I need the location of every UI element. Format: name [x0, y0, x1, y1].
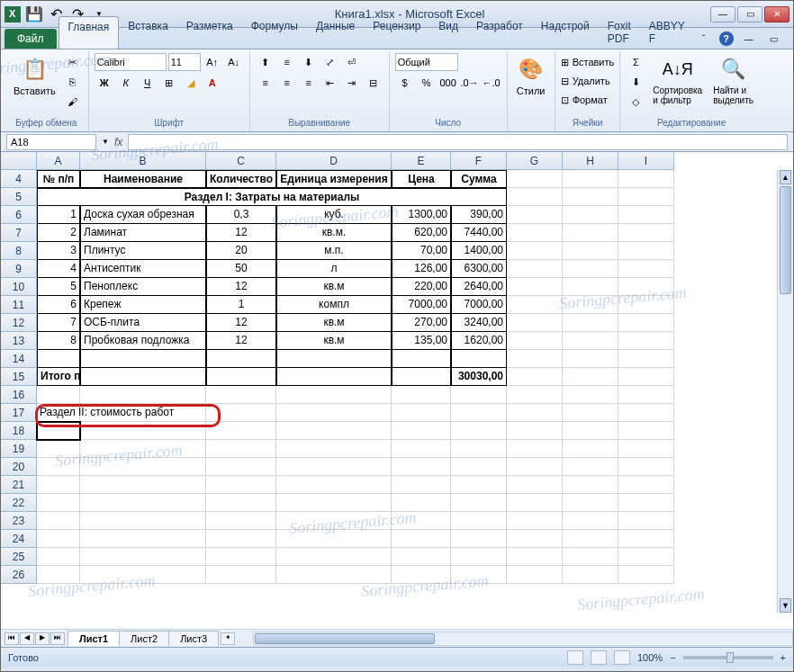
cell[interactable]	[392, 566, 451, 584]
cell[interactable]	[563, 170, 618, 188]
cell[interactable]: 20	[206, 242, 276, 260]
currency-icon[interactable]: $	[395, 74, 415, 92]
align-right-icon[interactable]: ≡	[299, 74, 319, 92]
cell[interactable]	[451, 476, 507, 494]
ribbon-tab[interactable]: Разработ	[467, 16, 532, 49]
cell[interactable]: 135,00	[392, 332, 451, 350]
cell[interactable]: Пробковая подложка	[80, 332, 206, 350]
cell[interactable]	[563, 548, 618, 566]
cell[interactable]	[37, 494, 80, 512]
cell[interactable]	[37, 476, 80, 494]
cell[interactable]	[276, 368, 392, 386]
cell[interactable]	[507, 314, 563, 332]
hscroll-thumb[interactable]	[255, 633, 435, 644]
ribbon-tab[interactable]: Рецензир	[364, 16, 429, 49]
styles-button[interactable]: 🎨 Стили	[513, 53, 549, 98]
row-header[interactable]: 17	[1, 404, 37, 422]
cell[interactable]: компл	[276, 296, 392, 314]
cell[interactable]	[563, 224, 618, 242]
workbook-close-icon[interactable]: ✕	[789, 29, 794, 49]
sheet-first-icon[interactable]: ⏮	[5, 632, 19, 645]
format-painter-icon[interactable]: 🖌	[63, 93, 83, 111]
cell[interactable]	[563, 422, 618, 440]
insert-cells-button[interactable]: ⊞Вставить	[561, 53, 615, 71]
cell[interactable]	[618, 476, 674, 494]
cell[interactable]	[80, 476, 206, 494]
cell[interactable]	[206, 476, 276, 494]
cell[interactable]	[451, 458, 507, 476]
cell[interactable]	[507, 548, 563, 566]
cell[interactable]	[451, 386, 507, 404]
column-header[interactable]: G	[507, 152, 563, 170]
row-header[interactable]: 11	[1, 296, 37, 314]
autosum-icon[interactable]: Σ	[626, 53, 645, 71]
cell[interactable]: кв.м	[276, 314, 392, 332]
cell[interactable]	[507, 566, 563, 584]
cell[interactable]	[80, 368, 206, 386]
cell[interactable]: 3	[37, 242, 80, 260]
cell[interactable]	[451, 440, 507, 458]
row-header[interactable]: 13	[1, 332, 37, 350]
new-sheet-icon[interactable]: ✦	[221, 632, 235, 645]
merge-icon[interactable]: ⊟	[364, 74, 383, 92]
cell[interactable]	[618, 206, 674, 224]
cell[interactable]	[563, 404, 618, 422]
cell[interactable]: 3240,00	[451, 314, 507, 332]
align-middle-icon[interactable]: ≡	[277, 53, 297, 71]
cell[interactable]: 1	[206, 296, 276, 314]
row-header[interactable]: 12	[1, 314, 37, 332]
cell[interactable]	[276, 458, 392, 476]
row-header[interactable]: 24	[1, 530, 37, 548]
ribbon-tab[interactable]: Foxit PDF	[599, 16, 640, 49]
cell[interactable]	[563, 368, 618, 386]
cell[interactable]	[276, 350, 392, 368]
cell[interactable]: Ламинат	[80, 224, 206, 242]
decrease-indent-icon[interactable]: ⇤	[320, 74, 340, 92]
cell[interactable]	[618, 260, 674, 278]
cell[interactable]	[618, 440, 674, 458]
cell[interactable]: Цена	[392, 170, 451, 188]
cell[interactable]: 620,00	[392, 224, 451, 242]
column-header[interactable]: B	[80, 152, 206, 170]
vscroll-thumb[interactable]	[780, 186, 791, 294]
italic-icon[interactable]: К	[116, 74, 136, 92]
ribbon-tab[interactable]: Главная	[59, 16, 120, 49]
cell[interactable]	[618, 350, 674, 368]
font-name-select[interactable]	[95, 53, 167, 71]
name-box[interactable]	[6, 134, 96, 150]
cell[interactable]	[507, 278, 563, 296]
cell[interactable]	[276, 440, 392, 458]
cell[interactable]	[507, 332, 563, 350]
cell[interactable]	[618, 548, 674, 566]
sheet-tab[interactable]: Лист3	[168, 631, 219, 646]
percent-icon[interactable]: %	[417, 74, 437, 92]
ribbon-tab[interactable]: ABBYY F	[640, 16, 694, 49]
zoom-slider[interactable]	[683, 656, 773, 659]
cell[interactable]	[392, 530, 451, 548]
cell[interactable]	[206, 350, 276, 368]
row-header[interactable]: 14	[1, 350, 37, 368]
cell[interactable]	[618, 404, 674, 422]
cell[interactable]	[507, 206, 563, 224]
row-header[interactable]: 5	[1, 188, 37, 206]
row-header[interactable]: 10	[1, 278, 37, 296]
cell[interactable]: № п/п	[37, 170, 80, 188]
cell[interactable]	[80, 512, 206, 530]
cell[interactable]	[451, 404, 507, 422]
workbook-restore-icon[interactable]: ▭	[764, 29, 784, 49]
cell[interactable]	[206, 422, 276, 440]
align-left-icon[interactable]: ≡	[256, 74, 275, 92]
cell[interactable]	[563, 188, 618, 206]
cell[interactable]: 1400,00	[451, 242, 507, 260]
cell[interactable]	[563, 386, 618, 404]
column-header[interactable]: D	[276, 152, 392, 170]
column-header[interactable]: E	[392, 152, 451, 170]
cell[interactable]	[276, 548, 392, 566]
cell[interactable]: 220,00	[392, 278, 451, 296]
cell[interactable]	[276, 494, 392, 512]
select-all-corner[interactable]	[1, 152, 37, 170]
cell[interactable]	[563, 350, 618, 368]
maximize-button[interactable]: ▭	[737, 6, 762, 22]
cell[interactable]	[206, 566, 276, 584]
cell[interactable]	[563, 296, 618, 314]
